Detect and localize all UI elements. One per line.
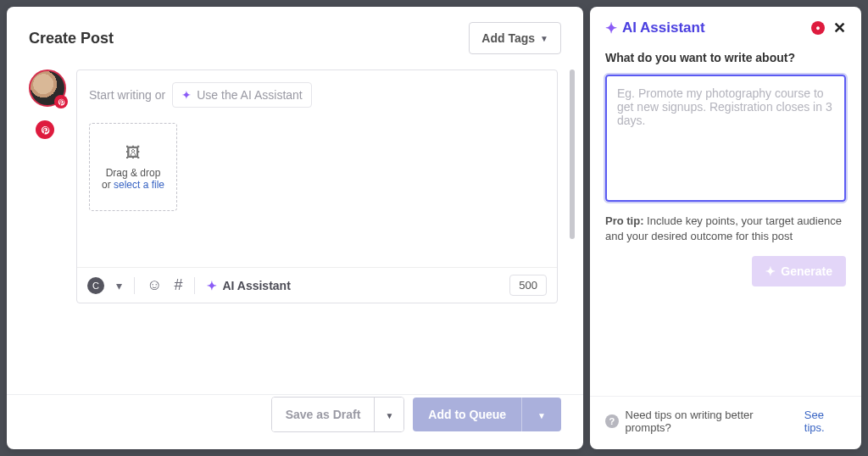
chevron-down-icon: ▼	[540, 34, 548, 43]
hashtag-icon[interactable]: #	[174, 276, 182, 294]
avatar-wrap[interactable]	[29, 70, 66, 107]
add-to-queue-dropdown[interactable]: ▼	[521, 398, 561, 431]
magic-wand-icon: ✦	[207, 279, 217, 292]
prompt-input[interactable]	[605, 75, 846, 202]
media-dropzone[interactable]: 🖼 Drag & drop or select a file	[89, 123, 177, 211]
ai-assistant-panel: ✦ AI Assistant ● ✕ What do you want to w…	[590, 7, 861, 449]
close-icon[interactable]: ✕	[833, 19, 846, 37]
scrollbar[interactable]	[570, 70, 575, 239]
page-title: Create Post	[29, 30, 114, 47]
ai-assistant-toolbar-label: AI Assistant	[222, 279, 290, 292]
ai-assistant-toolbar-button[interactable]: ✦ AI Assistant	[207, 279, 290, 292]
main-header: Create Post Add Tags ▼	[7, 7, 583, 63]
composer-row: Start writing or ✦ Use the AI Assistant …	[7, 63, 583, 303]
image-icon: 🖼	[125, 144, 141, 162]
select-file-link[interactable]: select a file	[114, 179, 164, 191]
side-close-group: ● ✕	[811, 19, 846, 37]
add-tags-button[interactable]: Add Tags ▼	[469, 22, 561, 54]
composer-body[interactable]: 🖼 Drag & drop or select a file	[77, 114, 557, 267]
main-footer: Save as Draft ▼ Add to Queue ▼	[7, 383, 583, 449]
pro-tip-label: Pro tip:	[605, 214, 644, 227]
chevron-down-icon: ▼	[537, 411, 546, 420]
use-ai-assistant-chip[interactable]: ✦ Use the AI Assistant	[172, 82, 312, 108]
pro-tip: Pro tip: Include key points, your target…	[605, 214, 846, 244]
composer-toolbar: C ▾ ☺ # ✦ AI Assistant 500	[77, 267, 557, 303]
pinterest-channel-chip[interactable]	[36, 120, 54, 139]
composer: Start writing or ✦ Use the AI Assistant …	[76, 70, 558, 303]
generate-wrap: ✦ Generate	[605, 256, 846, 286]
add-queue-group: Add to Queue ▼	[413, 398, 561, 431]
save-as-draft-dropdown[interactable]: ▼	[374, 398, 403, 431]
ai-chip-label: Use the AI Assistant	[197, 88, 303, 102]
save-draft-group: Save as Draft ▼	[271, 397, 405, 432]
canva-icon[interactable]: C	[87, 277, 104, 294]
emoji-icon[interactable]: ☺	[147, 276, 162, 294]
record-indicator-icon[interactable]: ●	[811, 21, 825, 35]
ai-assistant-title-text: AI Assistant	[622, 19, 705, 36]
add-tags-label: Add Tags	[481, 31, 535, 45]
dropzone-line1: Drag & drop	[106, 167, 161, 179]
canva-dropdown-icon[interactable]: ▾	[116, 279, 122, 292]
footer-text: Need tips on writing better prompts?	[626, 409, 798, 434]
composer-header[interactable]: Start writing or ✦ Use the AI Assistant	[77, 70, 557, 114]
side-header: ✦ AI Assistant ● ✕	[590, 7, 861, 46]
side-footer: ? Need tips on writing better prompts? S…	[590, 396, 861, 449]
prompt-question: What do you want to write about?	[605, 51, 846, 64]
composer-placeholder: Start writing or	[89, 88, 165, 102]
pinterest-badge-icon	[54, 95, 68, 108]
separator	[134, 277, 135, 294]
add-to-queue-button[interactable]: Add to Queue	[413, 398, 521, 431]
create-post-panel: Create Post Add Tags ▼ Start writing or	[7, 7, 583, 449]
generate-button[interactable]: ✦ Generate	[752, 256, 846, 286]
help-icon[interactable]: ?	[605, 414, 619, 428]
side-body: What do you want to write about? Pro tip…	[590, 46, 861, 286]
magic-wand-icon: ✦	[765, 264, 776, 278]
save-as-draft-button[interactable]: Save as Draft	[272, 398, 375, 431]
separator	[194, 277, 195, 294]
see-tips-link[interactable]: See tips.	[804, 409, 846, 434]
ai-assistant-title: ✦ AI Assistant	[605, 19, 705, 37]
char-count: 500	[509, 275, 547, 296]
account-column	[29, 70, 66, 139]
chevron-down-icon: ▼	[385, 411, 393, 420]
composer-wrap: Start writing or ✦ Use the AI Assistant …	[76, 70, 558, 303]
magic-wand-icon: ✦	[181, 88, 192, 102]
generate-label: Generate	[781, 264, 832, 278]
dropzone-line2: or select a file	[102, 179, 164, 191]
magic-wand-icon: ✦	[605, 19, 617, 37]
